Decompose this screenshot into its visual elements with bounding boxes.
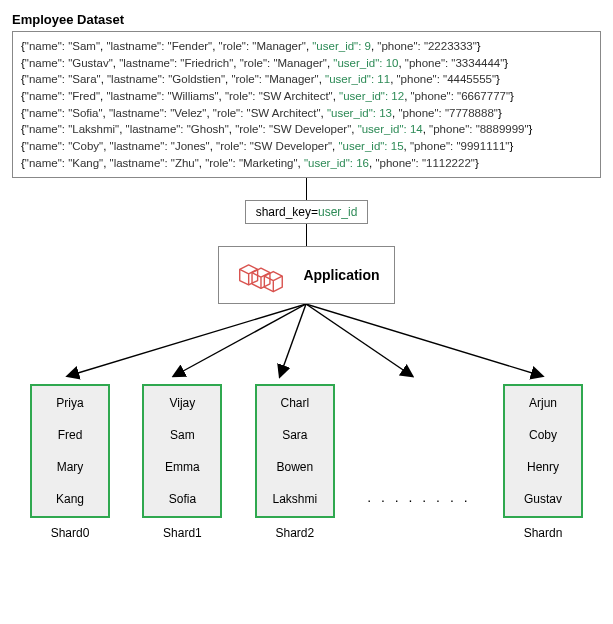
cubes-icon	[233, 257, 289, 293]
shard-column-0: Priya Fred Mary Kang Shard0	[30, 384, 110, 540]
shard-box: Vijay Sam Emma Sofia	[142, 384, 222, 518]
shard-box: Priya Fred Mary Kang	[30, 384, 110, 518]
shard-item: Sam	[170, 428, 195, 442]
ellipsis: . . . . . . . .	[367, 419, 470, 505]
arrows-area	[12, 304, 601, 384]
shard-item: Kang	[56, 492, 84, 506]
shard-item: Fred	[58, 428, 83, 442]
shards-row: Priya Fred Mary Kang Shard0 Vijay Sam Em…	[12, 384, 601, 540]
svg-line-4	[306, 304, 542, 376]
shard-item: Emma	[165, 460, 200, 474]
shard-label: Shardn	[524, 526, 563, 540]
shard-item: Coby	[529, 428, 557, 442]
shard-box: Arjun Coby Henry Gustav	[503, 384, 583, 518]
svg-line-2	[280, 304, 306, 376]
shard-label: Shard2	[275, 526, 314, 540]
dataset-box: {"name": "Sam", "lastname": "Fender", "r…	[12, 31, 601, 178]
shard-item: Henry	[527, 460, 559, 474]
svg-line-1	[174, 304, 306, 376]
dataset-row: {"name": "Kang", "lastname": "Zhu", "rol…	[21, 155, 592, 172]
dataset-row: {"name": "Coby", "lastname": "Jones", "r…	[21, 138, 592, 155]
dataset-row: {"name": "Sofia", "lastname": "Velez", "…	[21, 105, 592, 122]
shard-item: Sara	[282, 428, 307, 442]
shard-label: Shard1	[163, 526, 202, 540]
vertical-line	[306, 224, 307, 246]
shard-item: Gustav	[524, 492, 562, 506]
shard-key-value: user_id	[318, 205, 357, 219]
shard-item: Vijay	[170, 396, 196, 410]
vertical-line	[306, 178, 307, 200]
shard-item: Arjun	[529, 396, 557, 410]
dataset-row: {"name": "Sara", "lastname": "Goldstien"…	[21, 71, 592, 88]
shard-column-2: Charl Sara Bowen Lakshmi Shard2	[255, 384, 335, 540]
shard-column-n: Arjun Coby Henry Gustav Shardn	[503, 384, 583, 540]
shard-key-prefix: shard_key=	[256, 205, 318, 219]
dataset-row: {"name": "Sam", "lastname": "Fender", "r…	[21, 38, 592, 55]
dataset-row: {"name": "Lakshmi", "lastname": "Ghosh",…	[21, 121, 592, 138]
shard-item: Bowen	[276, 460, 313, 474]
application-label: Application	[303, 267, 379, 283]
application-box: Application	[218, 246, 394, 304]
shard-item: Charl	[280, 396, 309, 410]
dataset-row: {"name": "Fred", "lastname": "Williams",…	[21, 88, 592, 105]
shard-item: Lakshmi	[272, 492, 317, 506]
dataset-row: {"name": "Gustav", "lastname": "Friedric…	[21, 55, 592, 72]
connector-top: shard_key=user_id Application	[12, 178, 601, 304]
svg-line-3	[306, 304, 412, 376]
shard-item: Sofia	[169, 492, 196, 506]
shard-label: Shard0	[51, 526, 90, 540]
shard-box: Charl Sara Bowen Lakshmi	[255, 384, 335, 518]
shard-item: Mary	[57, 460, 84, 474]
shard-column-1: Vijay Sam Emma Sofia Shard1	[142, 384, 222, 540]
shard-key-box: shard_key=user_id	[245, 200, 369, 224]
dataset-title: Employee Dataset	[12, 12, 601, 27]
svg-line-0	[68, 304, 306, 376]
shard-item: Priya	[56, 396, 83, 410]
